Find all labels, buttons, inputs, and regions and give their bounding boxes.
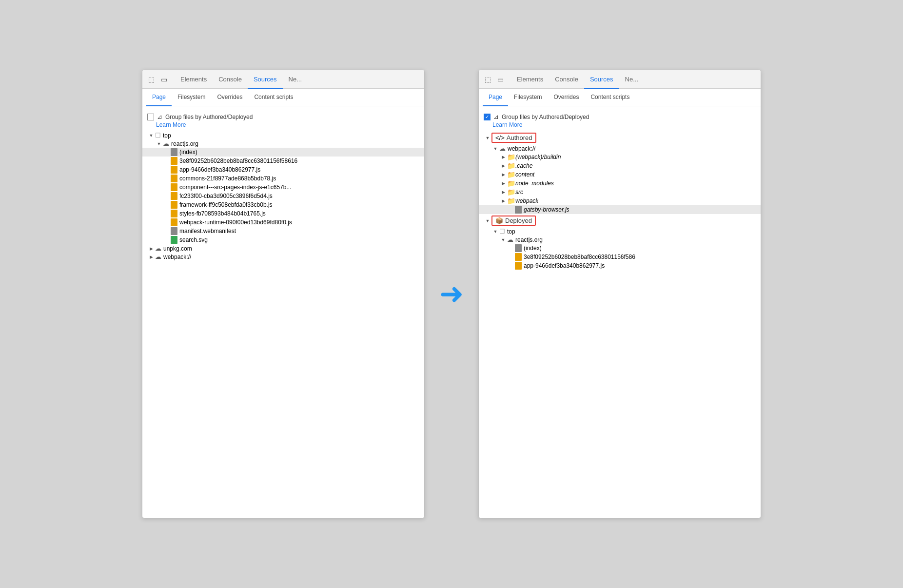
left-subtab-overrides[interactable]: Overrides xyxy=(211,89,248,106)
right-tree-reactjs[interactable]: ☁ reactjs.org xyxy=(479,235,761,244)
right-learn-more-link[interactable]: Learn More xyxy=(479,121,761,131)
left-tree-file9[interactable]: manifest.webmanifest xyxy=(142,227,424,235)
right-top-label: top xyxy=(507,228,515,235)
right-cache-label: .cache xyxy=(515,162,532,169)
right-folder-top-icon: ☐ xyxy=(499,228,505,235)
right-tree-node-modules[interactable]: 📁 node_modules xyxy=(479,179,761,188)
left-tree-file10[interactable]: search.svg xyxy=(142,235,424,244)
left-subtab-filesystem[interactable]: Filesystem xyxy=(172,89,211,106)
right-folder-node-modules-icon: 📁 xyxy=(507,179,515,187)
right-tree-content[interactable]: 📁 content xyxy=(479,170,761,179)
right-deployed-section[interactable]: 📦 Deployed xyxy=(479,215,761,226)
main-container: ⬚ ▭ Elements Console Sources Ne... Page … xyxy=(122,40,781,548)
right-subtab-page[interactable]: Page xyxy=(483,89,508,106)
left-sub-tab-bar: Page Filesystem Overrides Content script… xyxy=(142,89,424,106)
left-funnel-icon: ⊿ xyxy=(157,113,162,120)
right-arrow-webpack-folder xyxy=(499,198,507,203)
left-file-icon-10 xyxy=(171,236,177,244)
right-subtab-filesystem[interactable]: Filesystem xyxy=(508,89,548,106)
left-group-checkbox[interactable] xyxy=(147,114,154,120)
right-authored-section[interactable]: </> Authored xyxy=(479,132,761,143)
right-tree-file1[interactable]: 3e8f09252b6028beb8baf8cc63801156f586 xyxy=(479,253,761,261)
left-tree-file7[interactable]: styles-fb708593b484b04b1765.js xyxy=(142,209,424,218)
left-file2-label: app-9466def3ba340b862977.js xyxy=(179,166,260,173)
left-file-icon-index xyxy=(171,148,177,156)
right-devtools-panel: ⬚ ▭ Elements Console Sources Ne... Page … xyxy=(478,70,761,518)
left-file-icon-8 xyxy=(171,218,177,226)
left-tree-file3[interactable]: commons-21f8977ade868b5bdb78.js xyxy=(142,174,424,183)
left-tree-file8[interactable]: webpack-runtime-090f00ed13bd69fd80f0.js xyxy=(142,218,424,227)
right-tab-network[interactable]: Ne... xyxy=(619,70,644,89)
right-tree-buildin[interactable]: 📁 (webpack)/buildin xyxy=(479,153,761,161)
left-tree-file6[interactable]: framework-ff9c508ebfda0f33cb0b.js xyxy=(142,200,424,209)
left-arrow-unpkg xyxy=(147,246,155,251)
left-tree-top-folder[interactable]: ☐ top xyxy=(142,131,424,139)
left-arrow-webpack xyxy=(147,255,155,259)
right-webpack-label: webpack:// xyxy=(508,145,535,152)
right-tree-webpack[interactable]: ☁ webpack:// xyxy=(479,144,761,153)
left-tree-file1[interactable]: 3e8f09252b6028beb8baf8cc63801156f58616 xyxy=(142,157,424,165)
left-tab-console[interactable]: Console xyxy=(213,70,248,89)
left-tree-webpack[interactable]: ☁ webpack:// xyxy=(142,253,424,261)
left-index-label: (index) xyxy=(179,149,197,156)
right-tab-sources[interactable]: Sources xyxy=(584,70,619,89)
left-tree-reactjs[interactable]: ☁ reactjs.org xyxy=(142,139,424,148)
right-tree-index[interactable]: (index) xyxy=(479,244,761,253)
cursor-icon[interactable]: ⬚ xyxy=(146,75,156,84)
right-tree-top[interactable]: ☐ top xyxy=(479,227,761,235)
left-tree-file2[interactable]: app-9466def3ba340b862977.js xyxy=(142,165,424,174)
right-subtab-content-scripts[interactable]: Content scripts xyxy=(585,89,635,106)
right-sub-tab-bar: Page Filesystem Overrides Content script… xyxy=(479,89,761,106)
left-tree-unpkg[interactable]: ☁ unpkg.com xyxy=(142,244,424,253)
left-tab-network[interactable]: Ne... xyxy=(283,70,308,89)
right-tree-gatsby[interactable]: gatsby-browser.js xyxy=(479,205,761,214)
left-file6-label: framework-ff9c508ebfda0f33cb0b.js xyxy=(179,201,273,208)
right-arrow-deployed xyxy=(484,218,491,223)
right-cursor-icon[interactable]: ⬚ xyxy=(483,75,492,84)
mobile-icon[interactable]: ▭ xyxy=(159,75,169,84)
right-folder-src-icon: 📁 xyxy=(507,188,515,196)
left-file10-label: search.svg xyxy=(179,236,208,243)
right-mobile-icon[interactable]: ▭ xyxy=(495,75,505,84)
left-file-icon-2 xyxy=(171,166,177,174)
right-authored-icon: </> xyxy=(495,134,505,141)
right-group-checkbox[interactable] xyxy=(484,114,491,120)
right-buildin-label: (webpack)/buildin xyxy=(515,154,561,160)
right-content-label: content xyxy=(515,171,534,178)
right-index-label: (index) xyxy=(524,245,542,252)
left-tree-file5[interactable]: fc233f00-cba3d9005c3896f6d5d4.js xyxy=(142,192,424,200)
right-group-files-label: Group files by Authored/Deployed xyxy=(502,114,589,120)
right-arrow-node-modules xyxy=(499,181,507,186)
left-file9-label: manifest.webmanifest xyxy=(179,228,236,235)
right-arrow-src xyxy=(499,190,507,195)
right-gatsby-label: gatsby-browser.js xyxy=(524,206,569,213)
left-cloud-reactjs: ☁ xyxy=(163,140,169,147)
left-learn-more-link[interactable]: Learn More xyxy=(142,121,424,131)
right-tree-webpack-folder[interactable]: 📁 webpack xyxy=(479,196,761,205)
right-folder-webpack-icon: 📁 xyxy=(507,197,515,205)
left-reactjs-label: reactjs.org xyxy=(171,140,198,147)
right-tab-console[interactable]: Console xyxy=(549,70,584,89)
right-file-icon-gatsby xyxy=(515,206,522,214)
right-src-label: src xyxy=(515,189,523,196)
right-arrow-reactjs xyxy=(499,237,507,242)
right-tree-src[interactable]: 📁 src xyxy=(479,188,761,196)
left-subtab-page[interactable]: Page xyxy=(146,89,172,106)
right-subtab-overrides[interactable]: Overrides xyxy=(548,89,585,106)
left-file-icon-6 xyxy=(171,201,177,209)
right-file2-label: app-9466def3ba340b862977.js xyxy=(524,262,605,269)
right-folder-buildin-icon: 📁 xyxy=(507,153,515,161)
left-tab-elements[interactable]: Elements xyxy=(175,70,213,89)
left-tab-sources[interactable]: Sources xyxy=(248,70,283,89)
right-reactjs-label: reactjs.org xyxy=(515,236,543,243)
right-tree-cache[interactable]: 📁 .cache xyxy=(479,161,761,170)
right-tree-file2[interactable]: app-9466def3ba340b862977.js xyxy=(479,261,761,270)
left-subtab-content-scripts[interactable]: Content scripts xyxy=(248,89,299,106)
right-folder-content-icon: 📁 xyxy=(507,171,515,178)
left-file-icon-7 xyxy=(171,210,177,217)
left-tree-index[interactable]: (index) xyxy=(142,148,424,157)
left-file-icon-1 xyxy=(171,157,177,165)
right-tab-elements[interactable]: Elements xyxy=(511,70,549,89)
arrow-container: ➜ xyxy=(425,279,478,309)
left-tree-file4[interactable]: component---src-pages-index-js-e1c657b..… xyxy=(142,183,424,192)
